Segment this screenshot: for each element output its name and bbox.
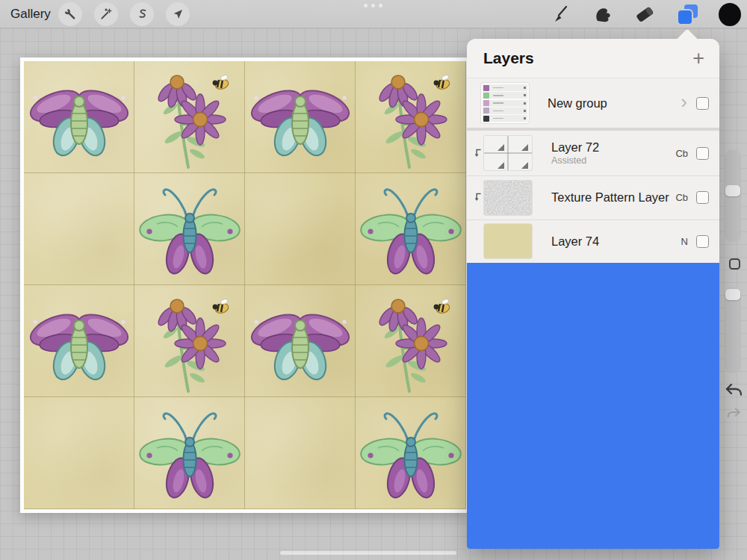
eraser-icon[interactable] — [633, 3, 656, 25]
adjustments-wand-icon[interactable] — [94, 2, 118, 26]
undo-button[interactable] — [724, 382, 743, 403]
tile-moth — [134, 173, 245, 285]
tile-butterfly — [24, 61, 134, 173]
modify-button[interactable] — [729, 258, 740, 270]
layer-name: Layer 72 — [551, 140, 675, 155]
home-indicator[interactable] — [280, 551, 456, 555]
layer-thumbnail[interactable] — [484, 224, 532, 258]
tile-moth — [356, 397, 466, 509]
tile-empty — [24, 397, 134, 509]
actions-wrench-icon[interactable] — [58, 2, 82, 26]
layer-thumbnail[interactable] — [484, 181, 532, 215]
layer-visibility-checkbox[interactable] — [696, 147, 709, 160]
blend-mode-label[interactable]: Cb — [675, 192, 688, 203]
blend-mode-label[interactable]: N — [681, 236, 688, 247]
layer-group-row[interactable]: New group› — [467, 78, 719, 128]
layer-row-texture-pattern-layer[interactable]: Texture Pattern LayerCb — [467, 175, 719, 220]
layer-thumbnail[interactable] — [484, 136, 532, 170]
tile-butterfly — [24, 285, 134, 397]
top-toolbar: Gallery — [0, 0, 747, 28]
tile-flower-bee — [134, 285, 245, 397]
tile-flower-bee — [356, 61, 466, 173]
layer-list: New group›Layer 72AssistedCbTexture Patt… — [467, 78, 719, 263]
artwork — [24, 61, 466, 509]
brush-size-handle[interactable] — [725, 185, 740, 196]
tile-butterfly — [245, 61, 356, 173]
tile-empty — [245, 173, 356, 285]
layer-visibility-checkbox[interactable] — [696, 97, 709, 110]
canvas[interactable] — [20, 57, 470, 513]
smudge-icon[interactable] — [590, 3, 613, 25]
tile-empty — [24, 173, 134, 285]
layer-sub-label: Assisted — [551, 155, 675, 166]
redo-button[interactable] — [726, 407, 742, 424]
transform-arrow-icon[interactable] — [166, 2, 190, 26]
add-layer-button[interactable]: + — [692, 49, 704, 69]
clipping-mask-icon — [471, 148, 484, 159]
layer-name: Layer 74 — [551, 234, 681, 249]
selected-area[interactable] — [467, 263, 719, 549]
group-chevron-icon[interactable]: › — [681, 92, 687, 111]
layers-panel: Layers + New group›Layer 72AssistedCbTex… — [467, 39, 719, 549]
layer-thumbnail[interactable] — [481, 83, 529, 123]
gallery-button[interactable]: Gallery — [10, 0, 51, 28]
tile-empty — [245, 397, 356, 509]
multitask-dots-icon — [364, 4, 382, 7]
clipping-mask-icon — [471, 192, 484, 203]
tile-flower-bee — [134, 61, 245, 173]
tile-moth — [356, 173, 466, 285]
layer-visibility-checkbox[interactable] — [696, 191, 709, 204]
layer-name: New group — [548, 96, 681, 111]
layer-row-layer-74[interactable]: Layer 74N — [467, 220, 719, 263]
opacity-handle[interactable] — [725, 289, 740, 300]
selection-icon[interactable] — [130, 2, 154, 26]
color-swatch[interactable] — [719, 3, 741, 25]
layer-visibility-checkbox[interactable] — [696, 235, 709, 248]
layer-name: Texture Pattern Layer — [551, 190, 675, 205]
layer-row-layer-72[interactable]: Layer 72AssistedCb — [467, 131, 719, 175]
tile-flower-bee — [356, 285, 466, 397]
tile-moth — [134, 397, 245, 509]
blend-mode-label[interactable]: Cb — [675, 148, 688, 159]
brush-icon[interactable] — [548, 3, 570, 25]
layers-icon[interactable] — [677, 3, 699, 25]
layers-panel-title: Layers — [483, 49, 692, 67]
opacity-slider[interactable] — [725, 287, 741, 373]
tile-butterfly — [245, 285, 356, 397]
